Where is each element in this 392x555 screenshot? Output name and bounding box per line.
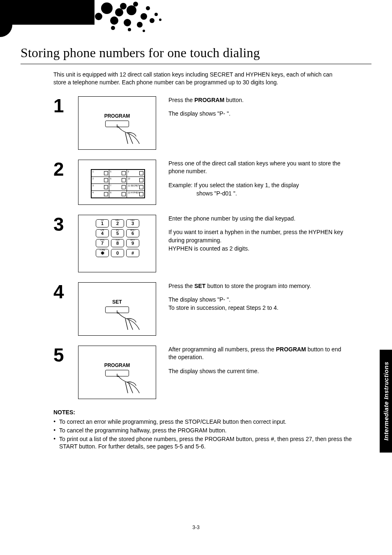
step-text: Press one of the direct call station key… — [168, 160, 349, 176]
step-text: The display shows the current time. — [168, 367, 349, 376]
step-text: Press the PROGRAM button. — [168, 96, 349, 104]
step-illustration: QZ1ABC2DEF3GHI4JKL5MNO6PRS7TUV8WXY9TONE✱… — [78, 215, 156, 272]
step-description: Enter the phone number by using the dial… — [168, 215, 349, 258]
keypad-key: 0 — [111, 249, 124, 257]
step-text: Enter the phone number by using the dial… — [168, 215, 349, 223]
step-description: After programming all numbers, press the… — [168, 346, 349, 381]
illus-button-label: PROGRAM — [78, 362, 156, 368]
section-tab: Intermediate Instructions — [380, 350, 392, 453]
keypad-key: WXY9 — [126, 239, 139, 247]
illus-button-label: SET — [78, 299, 156, 305]
note-item: To correct an error while programming, p… — [53, 418, 371, 426]
step-row: 1PROGRAM Press the PROGRAM button.The di… — [53, 96, 371, 150]
page-title: Storing phone numbers for one touch dial… — [21, 45, 371, 60]
note-item: To cancel the programming halfway, press… — [53, 427, 371, 434]
page-number: 3-3 — [0, 525, 392, 530]
step-row: 5PROGRAM After programming all numbers, … — [53, 346, 371, 399]
note-item: To print out a list of the stored phone … — [53, 435, 371, 451]
step-text: Example: If you select the station key 1… — [168, 181, 349, 197]
step-illustration: 15926103711 SECRET4812 HYPHEN — [78, 160, 156, 205]
step-text: The display shows "P- ".To store in succ… — [168, 296, 349, 312]
intro-paragraph: This unit is equipped with 12 direct cal… — [53, 71, 341, 86]
step-number: 2 — [53, 160, 78, 179]
keypad-key: TONE✱ — [96, 249, 109, 257]
illus-button-label: PROGRAM — [78, 113, 156, 119]
step-illustration: SET — [78, 282, 156, 336]
notes-heading: NOTES: — [53, 409, 371, 416]
step-description: Press one of the direct call station key… — [168, 160, 349, 203]
step-row: 215926103711 SECRET4812 HYPHENPress one … — [53, 160, 371, 205]
step-number: 3 — [53, 215, 78, 234]
step-description: Press the SET button to store the progra… — [168, 282, 349, 318]
step-illustration: PROGRAM — [78, 346, 156, 399]
step-illustration: PROGRAM — [78, 96, 156, 150]
step-description: Press the PROGRAM button.The display sho… — [168, 96, 349, 124]
hand-icon — [115, 124, 143, 144]
keypad-key: # — [126, 249, 139, 257]
step-text: Press the SET button to store the progra… — [168, 282, 349, 290]
step-row: 3QZ1ABC2DEF3GHI4JKL5MNO6PRS7TUV8WXY9TONE… — [53, 215, 371, 272]
step-number: 5 — [53, 346, 78, 365]
step-number: 1 — [53, 96, 78, 115]
hand-icon — [115, 373, 143, 394]
section-tab-label: Intermediate Instructions — [383, 362, 390, 441]
illus-station-keys: 15926103711 SECRET4812 HYPHEN — [91, 169, 145, 198]
title-rule — [21, 64, 371, 64]
step-text: If you want to insert a hyphen in the nu… — [168, 228, 349, 253]
keypad-key: TUV8 — [111, 239, 124, 247]
step-number: 4 — [53, 282, 78, 301]
illus-keypad: QZ1ABC2DEF3GHI4JKL5MNO6PRS7TUV8WXY9TONE✱… — [96, 219, 139, 259]
hand-icon — [115, 310, 143, 330]
step-row: 4SET Press the SET button to store the p… — [53, 282, 371, 336]
step-text: After programming all numbers, press the… — [168, 346, 349, 362]
step-text: The display shows "P- ". — [168, 110, 349, 118]
notes-section: NOTES: To correct an error while program… — [53, 409, 371, 451]
